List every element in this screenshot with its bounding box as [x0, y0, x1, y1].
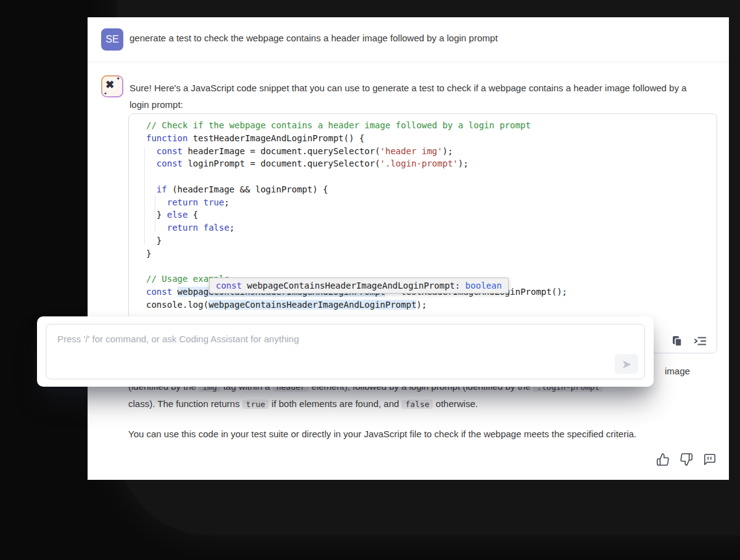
- code-line: console.log(webpageContainsHeaderImageAn…: [146, 299, 717, 311]
- message-divider: [88, 62, 729, 62]
- thumbs-up-icon[interactable]: [656, 453, 670, 466]
- code-line: if (headerImage && loginPrompt) {: [146, 183, 717, 196]
- explanation-line3: class). The function returns true if bot…: [128, 398, 478, 409]
- feedback-actions: [656, 453, 717, 466]
- code-line: const headerImage = document.querySelect…: [146, 145, 717, 158]
- assistant-intro-text: Sure! Here's a JavaScript code snippet t…: [130, 80, 696, 113]
- type-hint-tooltip: const webpageContainsHeaderImageAndLogin…: [209, 278, 509, 294]
- ai-sparkle-icon: ✦: [104, 91, 107, 96]
- screenshot-stage: SE generate a test to check the webpage …: [0, 0, 740, 560]
- code-line: }: [146, 234, 717, 247]
- copy-to-clipboard-icon[interactable]: [671, 335, 683, 347]
- code-line: function testHeaderImageAndLoginPrompt()…: [146, 132, 717, 145]
- user-message-text: generate a test to check the webpage con…: [130, 33, 709, 43]
- code-line: // Check if the webpage contains a heade…: [146, 119, 717, 132]
- code-line: [146, 170, 717, 183]
- ai-logo-icon: ✖: [105, 78, 114, 91]
- code-line: }: [146, 247, 717, 260]
- prompt-input-card: ➤: [37, 316, 654, 387]
- insert-at-caret-icon[interactable]: [693, 335, 707, 347]
- prompt-input[interactable]: [46, 324, 644, 379]
- assistant-avatar-inner: ✖ ✦ ✦: [102, 76, 122, 96]
- send-button[interactable]: ➤: [615, 354, 638, 374]
- code-line: return true;: [146, 196, 717, 209]
- ai-sparkle-icon: ✦: [116, 76, 120, 81]
- explanation-closing: You can use this code in your test suite…: [128, 429, 636, 439]
- feedback-comment-icon[interactable]: [703, 453, 717, 466]
- code-line: [146, 260, 717, 273]
- code-line: const loginPrompt = document.querySelect…: [146, 157, 717, 170]
- code-actions: [671, 335, 707, 347]
- chat-panel: SE generate a test to check the webpage …: [88, 17, 729, 480]
- thumbs-down-icon[interactable]: [680, 453, 693, 466]
- prompt-input-field: ➤: [46, 324, 645, 379]
- user-avatar: SE: [101, 28, 123, 51]
- assistant-avatar: ✖ ✦ ✦: [101, 75, 123, 97]
- code-line: } else {: [146, 208, 717, 221]
- explanation-line1-fragment: image: [665, 366, 690, 376]
- code-line: return false;: [146, 221, 717, 234]
